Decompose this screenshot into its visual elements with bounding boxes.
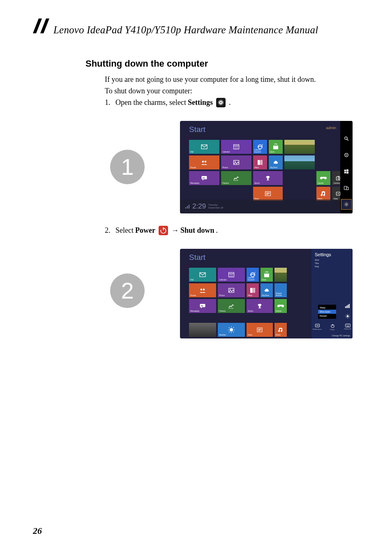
power-restart-item[interactable]: Restart	[318, 314, 336, 318]
svg-rect-103	[346, 306, 347, 308]
svg-rect-10	[273, 146, 278, 149]
tile-Photos[interactable]: Photos	[218, 283, 245, 297]
change-pc-settings[interactable]: Change PC settings	[332, 334, 350, 337]
figure-1: 1 Start admin MailCalendarInternet Explo…	[33, 121, 359, 213]
charm-start-icon[interactable]	[341, 166, 352, 177]
svg-point-17	[235, 161, 235, 162]
intro-line-2: To shut down your computer:	[105, 86, 334, 97]
start-label-2: Start	[189, 253, 205, 262]
charm-settings-icon[interactable]	[341, 199, 352, 210]
time-strip: 2:29 Tuesday December 18	[180, 199, 340, 213]
tile-Calendar[interactable]: Calendar	[221, 140, 251, 154]
svg-point-121	[346, 324, 346, 324]
svg-rect-25	[235, 180, 236, 181]
svg-point-122	[346, 324, 347, 324]
notifications-icon[interactable]: Notifications	[314, 324, 321, 331]
step-2-power-label: Power	[135, 225, 155, 236]
tile-Maps[interactable]: Maps	[253, 155, 267, 169]
tile-People[interactable]: People	[189, 155, 219, 169]
tile-Maps[interactable]: Maps	[247, 283, 259, 297]
settings-pane-title: Settings	[315, 252, 349, 257]
screenshot-start-charms: Start admin MailCalendarInternet Explore…	[180, 121, 353, 213]
svg-rect-85	[231, 308, 231, 309]
tiles-grid-1: MailCalendarInternet ExplorerStorePeople…	[189, 140, 346, 201]
svg-rect-105	[349, 304, 350, 308]
charm-share-icon[interactable]	[341, 150, 352, 160]
step-2-arrow: →	[171, 225, 179, 236]
svg-line-59	[348, 203, 348, 203]
tile-Internet Explorer[interactable]: Internet Explorer	[253, 140, 267, 154]
tile-Internet Explorer[interactable]: Internet Explorer	[247, 268, 259, 282]
svg-point-14	[202, 160, 204, 162]
svg-rect-31	[338, 176, 339, 177]
svg-point-75	[203, 288, 205, 290]
step-1-pre: Open the charms, select	[115, 97, 186, 109]
tile-Finance[interactable]: Finance	[221, 171, 251, 185]
tile-News[interactable]: News	[253, 187, 283, 201]
tile-SkyDrive[interactable]: SkyDrive	[261, 283, 273, 297]
tile-Mail[interactable]: Mail	[189, 268, 216, 282]
intro-line-1: If you are not going to use your compute…	[105, 74, 334, 86]
charm-search-icon[interactable]	[341, 133, 352, 144]
tile-Finance[interactable]: Finance	[218, 299, 245, 313]
tile-Store[interactable]: Store	[261, 268, 273, 282]
svg-point-23	[204, 177, 205, 178]
charm-devices-icon[interactable]	[341, 183, 352, 193]
power-menu: Sleep Shut down Restart	[318, 305, 336, 319]
tile-Messaging[interactable]: Messaging	[189, 171, 219, 185]
page-header: Lenovo IdeaPad Y410p/Y510p Hardware Main…	[33, 19, 359, 36]
svg-line-113	[349, 315, 349, 315]
keyboard-icon[interactable]: Keyboard	[344, 324, 351, 331]
tile-Mail[interactable]: Mail	[189, 140, 219, 154]
svg-point-52	[346, 204, 347, 205]
svg-rect-41	[189, 205, 189, 208]
power-shutdown-item[interactable]: Shut down	[318, 310, 336, 314]
tile-Prague Results[interactable]: Prague Results	[274, 283, 287, 297]
svg-point-89	[230, 328, 233, 331]
desktop-tile[interactable]	[189, 323, 216, 337]
svg-point-38	[338, 193, 339, 194]
svg-line-114	[346, 317, 346, 318]
svg-rect-40	[187, 206, 188, 208]
tile-Messaging[interactable]: Messaging	[189, 299, 216, 313]
tile-Calendar[interactable]: Calendar	[218, 268, 245, 282]
power-button-icon[interactable]: Power	[329, 324, 336, 331]
svg-marker-21	[203, 179, 204, 181]
brightness-icon[interactable]	[344, 314, 351, 321]
music-tile-2[interactable]: Music	[274, 323, 287, 337]
svg-rect-51	[346, 187, 348, 190]
svg-point-42	[345, 137, 347, 139]
time-value: 2:29	[192, 202, 206, 211]
tile-Music[interactable]: Music	[316, 187, 330, 201]
tile-Sports[interactable]: Sports	[247, 299, 273, 313]
tile-t-img1[interactable]	[284, 140, 315, 154]
tile-Photos[interactable]: Photos	[221, 155, 251, 169]
settings-pane-item[interactable]: Start	[315, 259, 349, 261]
svg-marker-81	[201, 307, 202, 308]
tiles-grid-2: MailCalendarInternet ExplorerStorePeople…	[189, 268, 287, 313]
tile-People[interactable]: People	[189, 283, 216, 297]
svg-rect-12	[275, 145, 276, 145]
svg-line-94	[229, 327, 230, 328]
tile-Games[interactable]: Games	[274, 299, 287, 313]
tile-SkyDrive[interactable]: SkyDrive	[269, 155, 283, 169]
news-tile-2[interactable]: News	[247, 323, 273, 337]
settings-pane-item[interactable]: Help	[315, 265, 349, 268]
svg-rect-104	[348, 305, 348, 308]
svg-line-112	[349, 317, 349, 318]
step-2-post: .	[216, 225, 218, 236]
tile-Games[interactable]: Games	[316, 171, 330, 185]
tile-Sports[interactable]: Sports	[253, 171, 283, 185]
svg-rect-19	[261, 160, 263, 165]
svg-point-124	[348, 324, 348, 324]
tile-t-img1[interactable]	[274, 268, 287, 282]
settings-pane-item[interactable]: Tiles	[315, 262, 349, 264]
power-icon	[159, 226, 168, 235]
network-icon[interactable]	[344, 304, 351, 311]
svg-point-77	[230, 289, 231, 290]
svg-rect-86	[232, 308, 233, 309]
power-sleep-item[interactable]: Sleep	[318, 306, 336, 310]
tile-Store[interactable]: Store	[269, 140, 283, 154]
tile-t-img2[interactable]	[284, 155, 315, 169]
weather-tile[interactable]: Weather	[218, 323, 245, 337]
